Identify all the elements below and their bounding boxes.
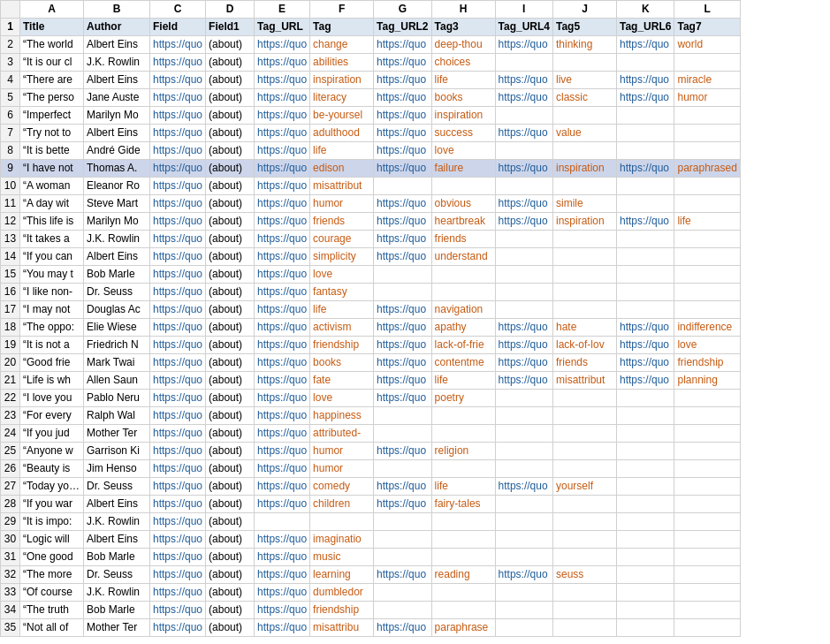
cell-title[interactable]: “I love you bbox=[20, 390, 84, 407]
table-row[interactable]: 4“There areAlbert Einshttps://quo(about)… bbox=[1, 72, 741, 89]
cell-author[interactable]: Friedrich N bbox=[84, 337, 150, 354]
cell-field[interactable]: https://quo bbox=[150, 266, 206, 284]
cell-tagurl[interactable]: https://quo bbox=[255, 372, 310, 390]
cell-tagurl[interactable]: https://quo bbox=[255, 142, 310, 160]
cell-tagurl6[interactable] bbox=[617, 425, 674, 443]
cell-tagurl6[interactable]: Tag_URL6 bbox=[617, 19, 674, 36]
cell-tagurl2[interactable]: https://quo bbox=[374, 372, 431, 390]
cell-tag5[interactable]: simile bbox=[553, 195, 617, 213]
cell-tagurl2[interactable]: https://quo bbox=[374, 566, 431, 584]
cell-tag[interactable]: imaginatio bbox=[310, 531, 374, 549]
cell-tagurl6[interactable] bbox=[617, 231, 674, 248]
cell-tagurl2[interactable]: https://quo bbox=[374, 619, 431, 637]
table-row[interactable]: 6“ImperfectMarilyn Mohttps://quo(about)h… bbox=[1, 107, 741, 125]
cell-tag7[interactable] bbox=[674, 266, 740, 284]
cell-author[interactable]: Albert Eins bbox=[84, 248, 150, 266]
cell-tag[interactable]: friendship bbox=[310, 602, 374, 619]
cell-title[interactable]: “It is bette bbox=[20, 142, 84, 160]
cell-author[interactable]: Elie Wiese bbox=[84, 319, 150, 337]
cell-tagurl[interactable]: https://quo bbox=[255, 160, 310, 178]
cell-tag[interactable]: abilities bbox=[310, 54, 374, 72]
cell-field1[interactable]: (about) bbox=[206, 390, 255, 407]
cell-field[interactable]: https://quo bbox=[150, 337, 206, 354]
cell-tagurl[interactable]: https://quo bbox=[255, 443, 310, 460]
cell-tag3[interactable] bbox=[431, 513, 495, 531]
cell-tag7[interactable] bbox=[674, 496, 740, 513]
table-row[interactable]: 21“Life is whAllen Saunhttps://quo(about… bbox=[1, 372, 741, 390]
cell-tagurl6[interactable] bbox=[617, 266, 674, 284]
cell-tagurl6[interactable] bbox=[617, 248, 674, 266]
cell-title[interactable]: “This life is bbox=[20, 213, 84, 231]
grid-container[interactable]: A B C D E F G H I J K L 1TitleAuthorFiel… bbox=[0, 0, 830, 644]
cell-field[interactable]: https://quo bbox=[150, 531, 206, 549]
table-row[interactable]: 29“It is impo:J.K. Rowlinhttps://quo(abo… bbox=[1, 513, 741, 531]
cell-tagurl2[interactable]: https://quo bbox=[374, 195, 431, 213]
cell-field1[interactable]: (about) bbox=[206, 602, 255, 619]
cell-tag7[interactable]: world bbox=[674, 36, 740, 54]
cell-tagurl2[interactable]: https://quo bbox=[374, 54, 431, 72]
cell-tagurl4[interactable] bbox=[495, 231, 552, 248]
cell-tag[interactable]: books bbox=[310, 354, 374, 372]
cell-tagurl6[interactable] bbox=[617, 566, 674, 584]
cell-tag7[interactable] bbox=[674, 549, 740, 566]
cell-field[interactable]: https://quo bbox=[150, 301, 206, 319]
cell-tag[interactable] bbox=[310, 513, 374, 531]
table-row[interactable]: 12“This life isMarilyn Mohttps://quo(abo… bbox=[1, 213, 741, 231]
cell-title[interactable]: “It takes a bbox=[20, 231, 84, 248]
cell-field1[interactable]: (about) bbox=[206, 566, 255, 584]
cell-tagurl2[interactable] bbox=[374, 602, 431, 619]
cell-tag[interactable]: activism bbox=[310, 319, 374, 337]
cell-tag7[interactable] bbox=[674, 513, 740, 531]
cell-tagurl2[interactable] bbox=[374, 407, 431, 425]
cell-author[interactable]: Bob Marle bbox=[84, 549, 150, 566]
table-row[interactable]: 10“A womanEleanor Rohttps://quo(about)ht… bbox=[1, 178, 741, 195]
cell-tag5[interactable] bbox=[553, 549, 617, 566]
cell-tagurl4[interactable] bbox=[495, 107, 552, 125]
cell-field[interactable]: https://quo bbox=[150, 478, 206, 496]
cell-tag5[interactable] bbox=[553, 301, 617, 319]
cell-tag[interactable]: fate bbox=[310, 372, 374, 390]
cell-title[interactable]: “Life is wh bbox=[20, 372, 84, 390]
cell-tag[interactable]: misattribu bbox=[310, 619, 374, 637]
cell-tagurl6[interactable] bbox=[617, 549, 674, 566]
cell-tag[interactable]: humor bbox=[310, 195, 374, 213]
cell-tag[interactable]: dumbledor bbox=[310, 584, 374, 602]
cell-tag[interactable]: literacy bbox=[310, 89, 374, 107]
cell-tag[interactable]: fantasy bbox=[310, 284, 374, 301]
cell-tag[interactable]: learning bbox=[310, 566, 374, 584]
cell-tagurl6[interactable] bbox=[617, 107, 674, 125]
cell-tag5[interactable]: misattribut bbox=[553, 372, 617, 390]
cell-tag[interactable]: love bbox=[310, 390, 374, 407]
cell-tagurl4[interactable] bbox=[495, 284, 552, 301]
cell-field1[interactable]: (about) bbox=[206, 478, 255, 496]
cell-field[interactable]: https://quo bbox=[150, 54, 206, 72]
cell-tagurl4[interactable]: Tag_URL4 bbox=[495, 19, 552, 36]
cell-author[interactable]: Bob Marle bbox=[84, 266, 150, 284]
cell-tag3[interactable]: heartbreak bbox=[431, 213, 495, 231]
cell-title[interactable]: “The oppo: bbox=[20, 319, 84, 337]
col-A-header[interactable]: A bbox=[20, 1, 84, 19]
cell-tagurl[interactable]: https://quo bbox=[255, 390, 310, 407]
cell-field1[interactable]: (about) bbox=[206, 319, 255, 337]
cell-tag3[interactable]: obvious bbox=[431, 195, 495, 213]
cell-field[interactable]: https://quo bbox=[150, 496, 206, 513]
cell-tag3[interactable]: love bbox=[431, 142, 495, 160]
cell-tag7[interactable] bbox=[674, 125, 740, 142]
cell-tagurl[interactable]: https://quo bbox=[255, 266, 310, 284]
cell-tagurl[interactable]: https://quo bbox=[255, 301, 310, 319]
cell-tagurl2[interactable] bbox=[374, 284, 431, 301]
cell-tagurl2[interactable]: https://quo bbox=[374, 301, 431, 319]
cell-tag7[interactable] bbox=[674, 248, 740, 266]
cell-title[interactable]: “I like non- bbox=[20, 284, 84, 301]
cell-tagurl6[interactable] bbox=[617, 125, 674, 142]
cell-tag3[interactable]: reading bbox=[431, 566, 495, 584]
cell-tagurl4[interactable] bbox=[495, 301, 552, 319]
cell-field[interactable]: https://quo bbox=[150, 619, 206, 637]
cell-tagurl2[interactable] bbox=[374, 513, 431, 531]
cell-field1[interactable]: (about) bbox=[206, 584, 255, 602]
cell-field[interactable]: https://quo bbox=[150, 372, 206, 390]
cell-tagurl2[interactable] bbox=[374, 584, 431, 602]
cell-field1[interactable]: (about) bbox=[206, 195, 255, 213]
cell-tagurl6[interactable] bbox=[617, 390, 674, 407]
cell-title[interactable]: “One good bbox=[20, 549, 84, 566]
